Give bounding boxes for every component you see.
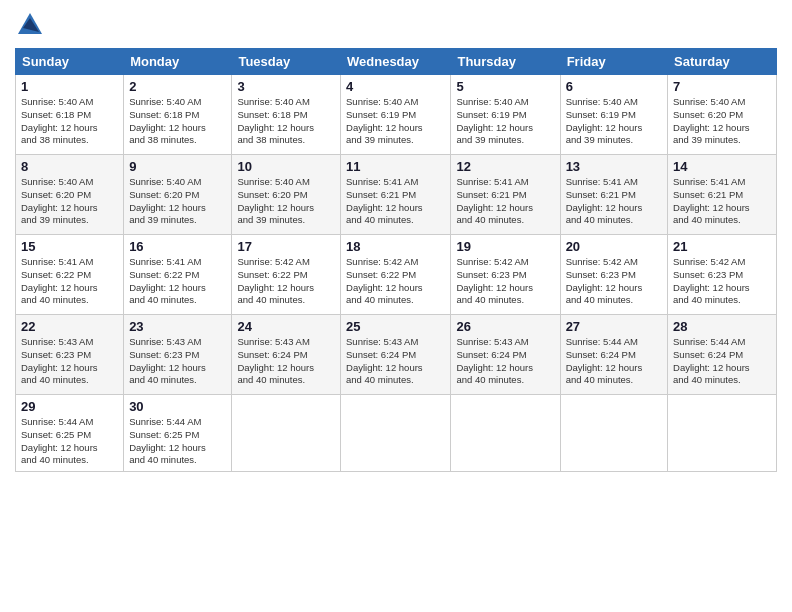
day-info: Sunrise: 5:43 AMSunset: 6:23 PMDaylight:… (129, 336, 226, 387)
cal-cell (341, 395, 451, 472)
cal-cell: 20Sunrise: 5:42 AMSunset: 6:23 PMDayligh… (560, 235, 667, 315)
cal-cell (451, 395, 560, 472)
day-info: Sunrise: 5:40 AMSunset: 6:19 PMDaylight:… (346, 96, 445, 147)
day-info: Sunrise: 5:43 AMSunset: 6:24 PMDaylight:… (237, 336, 335, 387)
calendar: SundayMondayTuesdayWednesdayThursdayFrid… (15, 48, 777, 472)
day-info: Sunrise: 5:41 AMSunset: 6:22 PMDaylight:… (21, 256, 118, 307)
day-info: Sunrise: 5:40 AMSunset: 6:19 PMDaylight:… (456, 96, 554, 147)
day-info: Sunrise: 5:41 AMSunset: 6:21 PMDaylight:… (673, 176, 771, 227)
cal-cell: 7Sunrise: 5:40 AMSunset: 6:20 PMDaylight… (668, 75, 777, 155)
col-header-sunday: Sunday (16, 49, 124, 75)
day-number: 7 (673, 79, 771, 94)
col-header-thursday: Thursday (451, 49, 560, 75)
day-info: Sunrise: 5:40 AMSunset: 6:18 PMDaylight:… (21, 96, 118, 147)
cal-cell: 6Sunrise: 5:40 AMSunset: 6:19 PMDaylight… (560, 75, 667, 155)
cal-cell: 24Sunrise: 5:43 AMSunset: 6:24 PMDayligh… (232, 315, 341, 395)
cal-cell: 3Sunrise: 5:40 AMSunset: 6:18 PMDaylight… (232, 75, 341, 155)
logo (15, 10, 50, 40)
day-info: Sunrise: 5:42 AMSunset: 6:23 PMDaylight:… (673, 256, 771, 307)
day-info: Sunrise: 5:41 AMSunset: 6:21 PMDaylight:… (566, 176, 662, 227)
day-number: 14 (673, 159, 771, 174)
day-number: 2 (129, 79, 226, 94)
cal-cell: 8Sunrise: 5:40 AMSunset: 6:20 PMDaylight… (16, 155, 124, 235)
cal-cell: 5Sunrise: 5:40 AMSunset: 6:19 PMDaylight… (451, 75, 560, 155)
header (15, 10, 777, 40)
day-info: Sunrise: 5:42 AMSunset: 6:22 PMDaylight:… (346, 256, 445, 307)
day-number: 10 (237, 159, 335, 174)
day-number: 8 (21, 159, 118, 174)
cal-cell: 27Sunrise: 5:44 AMSunset: 6:24 PMDayligh… (560, 315, 667, 395)
logo-icon (15, 10, 45, 40)
day-info: Sunrise: 5:40 AMSunset: 6:20 PMDaylight:… (21, 176, 118, 227)
day-info: Sunrise: 5:44 AMSunset: 6:24 PMDaylight:… (566, 336, 662, 387)
cal-cell (560, 395, 667, 472)
day-info: Sunrise: 5:42 AMSunset: 6:23 PMDaylight:… (566, 256, 662, 307)
day-info: Sunrise: 5:44 AMSunset: 6:25 PMDaylight:… (129, 416, 226, 467)
day-info: Sunrise: 5:44 AMSunset: 6:25 PMDaylight:… (21, 416, 118, 467)
day-number: 20 (566, 239, 662, 254)
day-number: 26 (456, 319, 554, 334)
day-number: 15 (21, 239, 118, 254)
cal-cell: 25Sunrise: 5:43 AMSunset: 6:24 PMDayligh… (341, 315, 451, 395)
cal-cell: 1Sunrise: 5:40 AMSunset: 6:18 PMDaylight… (16, 75, 124, 155)
day-number: 16 (129, 239, 226, 254)
col-header-friday: Friday (560, 49, 667, 75)
day-info: Sunrise: 5:43 AMSunset: 6:23 PMDaylight:… (21, 336, 118, 387)
cal-cell: 13Sunrise: 5:41 AMSunset: 6:21 PMDayligh… (560, 155, 667, 235)
day-number: 18 (346, 239, 445, 254)
cal-cell: 21Sunrise: 5:42 AMSunset: 6:23 PMDayligh… (668, 235, 777, 315)
day-number: 19 (456, 239, 554, 254)
day-number: 22 (21, 319, 118, 334)
cal-cell: 30Sunrise: 5:44 AMSunset: 6:25 PMDayligh… (124, 395, 232, 472)
day-info: Sunrise: 5:41 AMSunset: 6:21 PMDaylight:… (346, 176, 445, 227)
cal-cell: 16Sunrise: 5:41 AMSunset: 6:22 PMDayligh… (124, 235, 232, 315)
col-header-tuesday: Tuesday (232, 49, 341, 75)
cal-cell: 10Sunrise: 5:40 AMSunset: 6:20 PMDayligh… (232, 155, 341, 235)
cal-cell: 12Sunrise: 5:41 AMSunset: 6:21 PMDayligh… (451, 155, 560, 235)
day-number: 29 (21, 399, 118, 414)
day-number: 11 (346, 159, 445, 174)
day-info: Sunrise: 5:40 AMSunset: 6:20 PMDaylight:… (129, 176, 226, 227)
day-number: 12 (456, 159, 554, 174)
day-number: 6 (566, 79, 662, 94)
day-info: Sunrise: 5:43 AMSunset: 6:24 PMDaylight:… (346, 336, 445, 387)
cal-cell (232, 395, 341, 472)
day-info: Sunrise: 5:40 AMSunset: 6:20 PMDaylight:… (673, 96, 771, 147)
day-number: 9 (129, 159, 226, 174)
day-number: 1 (21, 79, 118, 94)
day-info: Sunrise: 5:41 AMSunset: 6:21 PMDaylight:… (456, 176, 554, 227)
col-header-monday: Monday (124, 49, 232, 75)
day-number: 30 (129, 399, 226, 414)
cal-cell: 22Sunrise: 5:43 AMSunset: 6:23 PMDayligh… (16, 315, 124, 395)
day-number: 28 (673, 319, 771, 334)
cal-cell: 28Sunrise: 5:44 AMSunset: 6:24 PMDayligh… (668, 315, 777, 395)
cal-cell: 2Sunrise: 5:40 AMSunset: 6:18 PMDaylight… (124, 75, 232, 155)
day-info: Sunrise: 5:40 AMSunset: 6:18 PMDaylight:… (237, 96, 335, 147)
day-number: 3 (237, 79, 335, 94)
day-info: Sunrise: 5:44 AMSunset: 6:24 PMDaylight:… (673, 336, 771, 387)
day-number: 27 (566, 319, 662, 334)
cal-cell: 4Sunrise: 5:40 AMSunset: 6:19 PMDaylight… (341, 75, 451, 155)
page: SundayMondayTuesdayWednesdayThursdayFrid… (0, 0, 792, 612)
cal-cell (668, 395, 777, 472)
day-number: 5 (456, 79, 554, 94)
day-info: Sunrise: 5:43 AMSunset: 6:24 PMDaylight:… (456, 336, 554, 387)
cal-cell: 15Sunrise: 5:41 AMSunset: 6:22 PMDayligh… (16, 235, 124, 315)
day-info: Sunrise: 5:42 AMSunset: 6:22 PMDaylight:… (237, 256, 335, 307)
cal-cell: 11Sunrise: 5:41 AMSunset: 6:21 PMDayligh… (341, 155, 451, 235)
cal-cell: 26Sunrise: 5:43 AMSunset: 6:24 PMDayligh… (451, 315, 560, 395)
col-header-wednesday: Wednesday (341, 49, 451, 75)
day-number: 24 (237, 319, 335, 334)
day-info: Sunrise: 5:40 AMSunset: 6:20 PMDaylight:… (237, 176, 335, 227)
cal-cell: 9Sunrise: 5:40 AMSunset: 6:20 PMDaylight… (124, 155, 232, 235)
day-info: Sunrise: 5:40 AMSunset: 6:18 PMDaylight:… (129, 96, 226, 147)
day-number: 17 (237, 239, 335, 254)
day-number: 13 (566, 159, 662, 174)
cal-cell: 18Sunrise: 5:42 AMSunset: 6:22 PMDayligh… (341, 235, 451, 315)
day-info: Sunrise: 5:40 AMSunset: 6:19 PMDaylight:… (566, 96, 662, 147)
day-info: Sunrise: 5:42 AMSunset: 6:23 PMDaylight:… (456, 256, 554, 307)
day-number: 4 (346, 79, 445, 94)
day-number: 25 (346, 319, 445, 334)
cal-cell: 19Sunrise: 5:42 AMSunset: 6:23 PMDayligh… (451, 235, 560, 315)
cal-cell: 23Sunrise: 5:43 AMSunset: 6:23 PMDayligh… (124, 315, 232, 395)
